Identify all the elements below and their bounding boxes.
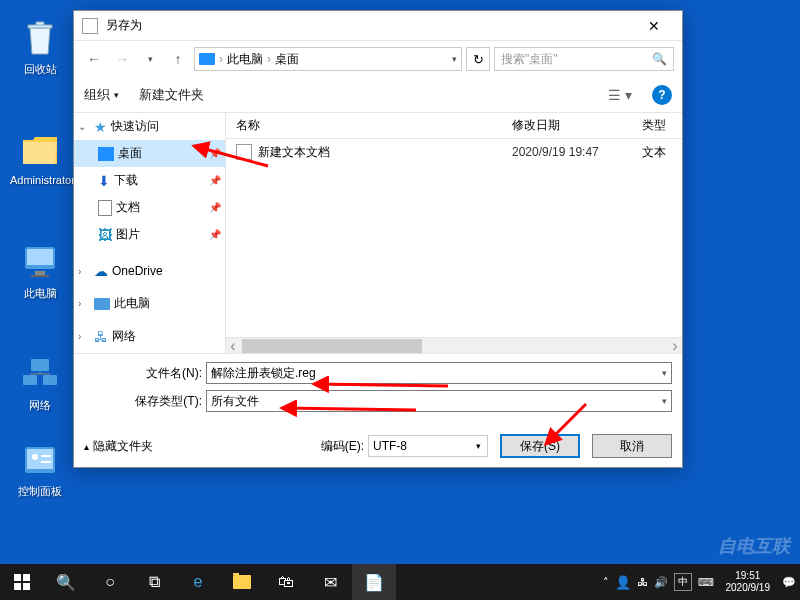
svg-rect-6: [43, 375, 57, 385]
tree-thispc[interactable]: › 此电脑: [74, 290, 225, 317]
tree-onedrive[interactable]: › ☁ OneDrive: [74, 258, 225, 284]
organize-button[interactable]: 组织▾: [84, 86, 119, 104]
chevron-down-icon[interactable]: ▾: [662, 396, 667, 406]
hide-folders-label: 隐藏文件夹: [93, 438, 153, 455]
scroll-right-icon[interactable]: ›: [668, 337, 682, 355]
start-button[interactable]: [0, 564, 44, 600]
scroll-thumb[interactable]: [242, 339, 422, 353]
expand-icon[interactable]: ⌄: [78, 121, 90, 132]
horizontal-scrollbar[interactable]: ‹ ›: [226, 337, 682, 353]
svg-rect-4: [31, 359, 49, 371]
tree-panel: ⌄ ★ 快速访问 桌面 📌 ⬇ 下载 📌 文档 📌 🖼 图片: [74, 113, 226, 353]
desktop-folder-icon: [98, 147, 114, 161]
col-name-header[interactable]: 名称: [226, 117, 512, 134]
svg-rect-1: [27, 249, 53, 265]
tray-keyboard-icon[interactable]: ⌨: [698, 576, 714, 589]
search-placeholder: 搜索"桌面": [501, 51, 652, 68]
search-input[interactable]: 搜索"桌面" 🔍: [494, 47, 674, 71]
explorer-button[interactable]: [220, 564, 264, 600]
pin-icon: 📌: [209, 229, 221, 240]
desktop-icon-label: 回收站: [10, 62, 70, 77]
recent-dropdown[interactable]: ▾: [138, 47, 162, 71]
tray-people-icon[interactable]: 👤: [615, 575, 631, 590]
expand-icon[interactable]: ›: [78, 298, 90, 309]
tray-notifications-icon[interactable]: 💬: [782, 576, 796, 589]
forward-button[interactable]: →: [110, 47, 134, 71]
file-row[interactable]: 新建文本文档 2020/9/19 19:47 文本: [226, 139, 682, 165]
filetype-value: 所有文件: [211, 393, 259, 410]
col-type-header[interactable]: 类型: [642, 117, 682, 134]
mail-button[interactable]: ✉: [308, 564, 352, 600]
taskbar: 🔍 ○ ⧉ e 🛍 ✉ 📄 ˄ 👤 🖧 🔊 中 ⌨ 19:51 2020/9/1…: [0, 564, 800, 600]
tray-chevron-icon[interactable]: ˄: [603, 576, 609, 589]
store-button[interactable]: 🛍: [264, 564, 308, 600]
tray-clock[interactable]: 19:51 2020/9/19: [720, 570, 777, 594]
breadcrumb-sep: ›: [267, 52, 271, 66]
encoding-label: 编码(E):: [321, 438, 364, 455]
notepad-button[interactable]: 📄: [352, 564, 396, 600]
control-panel-icon: [20, 440, 60, 480]
desktop-icon-network[interactable]: 网络: [10, 354, 70, 413]
column-headers: 名称 修改日期 类型: [226, 113, 682, 139]
up-button[interactable]: ↑: [166, 47, 190, 71]
tree-desktop[interactable]: 桌面 📌: [74, 140, 225, 167]
file-type: 文本: [642, 144, 682, 161]
onedrive-icon: ☁: [94, 263, 108, 279]
search-button[interactable]: 🔍: [44, 564, 88, 600]
tree-network[interactable]: › 🖧 网络: [74, 323, 225, 350]
help-button[interactable]: ?: [652, 85, 672, 105]
tray-time: 19:51: [726, 570, 771, 582]
network-icon: [20, 354, 60, 394]
breadcrumb-dropdown[interactable]: ▾: [452, 54, 457, 64]
recycle-bin-icon: [20, 18, 60, 58]
refresh-button[interactable]: ↻: [466, 47, 490, 71]
hide-folders-button[interactable]: ▴ 隐藏文件夹: [84, 438, 153, 455]
breadcrumb[interactable]: › 此电脑 › 桌面 ▾: [194, 47, 462, 71]
cortana-button[interactable]: ○: [88, 564, 132, 600]
col-date-header[interactable]: 修改日期: [512, 117, 642, 134]
newfolder-button[interactable]: 新建文件夹: [139, 86, 204, 104]
tree-pictures[interactable]: 🖼 图片 📌: [74, 221, 225, 248]
taskview-button[interactable]: ⧉: [132, 564, 176, 600]
view-button[interactable]: ☰ ▾: [608, 87, 632, 103]
tray-volume-icon[interactable]: 🔊: [654, 576, 668, 589]
chevron-down-icon[interactable]: ▾: [662, 368, 667, 378]
close-button[interactable]: ✕: [634, 12, 674, 40]
filetype-label: 保存类型(T):: [84, 393, 202, 410]
tree-downloads[interactable]: ⬇ 下载 📌: [74, 167, 225, 194]
tree-quickaccess[interactable]: ⌄ ★ 快速访问: [74, 113, 225, 140]
breadcrumb-seg[interactable]: 此电脑: [227, 51, 263, 68]
navigation-row: ← → ▾ ↑ › 此电脑 › 桌面 ▾ ↻ 搜索"桌面" 🔍: [74, 41, 682, 77]
desktop-icon-thispc[interactable]: 此电脑: [10, 242, 70, 301]
desktop-icon-label: 网络: [10, 398, 70, 413]
desktop-icon-recycle[interactable]: 回收站: [10, 18, 70, 77]
expand-icon[interactable]: ›: [78, 266, 90, 277]
filename-input[interactable]: 解除注册表锁定.reg ▾: [206, 362, 672, 384]
encoding-value: UTF-8: [373, 439, 407, 453]
edge-button[interactable]: e: [176, 564, 220, 600]
cancel-button[interactable]: 取消: [592, 434, 672, 458]
save-button[interactable]: 保存(S): [500, 434, 580, 458]
back-button[interactable]: ←: [82, 47, 106, 71]
encoding-select[interactable]: UTF-8 ▾: [368, 435, 488, 457]
svg-rect-20: [14, 583, 21, 590]
filetype-select[interactable]: 所有文件 ▾: [206, 390, 672, 412]
chevron-down-icon[interactable]: ▾: [476, 441, 481, 451]
file-panel: 名称 修改日期 类型 新建文本文档 2020/9/19 19:47 文本 ‹ ›: [226, 113, 682, 353]
desktop-icon-user[interactable]: Administrator: [10, 130, 70, 186]
svg-rect-10: [27, 449, 53, 469]
breadcrumb-seg[interactable]: 桌面: [275, 51, 299, 68]
tree-documents[interactable]: 文档 📌: [74, 194, 225, 221]
system-tray: ˄ 👤 🖧 🔊 中 ⌨ 19:51 2020/9/19 💬: [603, 570, 801, 594]
desktop-icon-controlpanel[interactable]: 控制面板: [10, 440, 70, 499]
tray-network-icon[interactable]: 🖧: [637, 576, 648, 588]
scroll-left-icon[interactable]: ‹: [226, 337, 240, 355]
user-folder-icon: [20, 130, 60, 170]
save-as-dialog: 另存为 ✕ ← → ▾ ↑ › 此电脑 › 桌面 ▾ ↻ 搜索"桌面" 🔍 组织…: [73, 10, 683, 468]
encoding-row: 编码(E): UTF-8 ▾: [321, 435, 488, 457]
tray-ime-label[interactable]: 中: [674, 573, 692, 591]
search-icon: 🔍: [652, 52, 667, 66]
expand-icon[interactable]: ›: [78, 331, 90, 342]
bottom-panel: 文件名(N): 解除注册表锁定.reg ▾ 保存类型(T): 所有文件 ▾: [74, 353, 682, 426]
tree-label: 快速访问: [111, 118, 159, 135]
